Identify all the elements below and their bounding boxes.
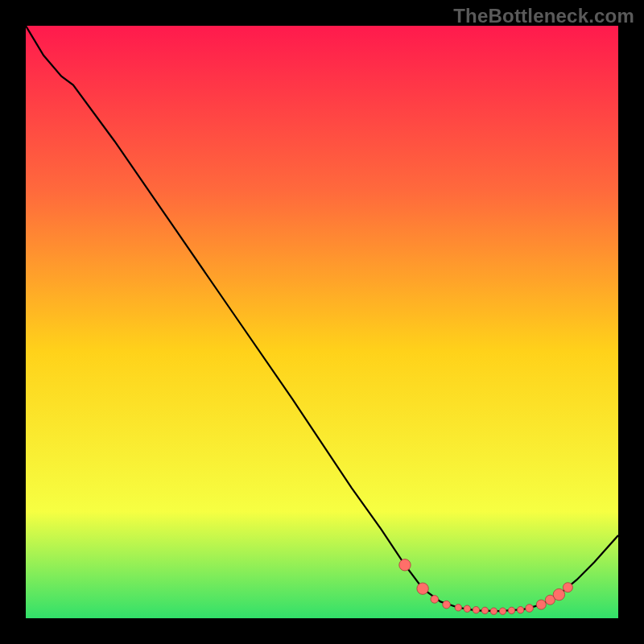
- gradient-background: [26, 26, 618, 618]
- curve-marker: [431, 596, 439, 604]
- watermark-text: TheBottleneck.com: [453, 5, 634, 27]
- curve-marker: [517, 607, 523, 613]
- curve-marker: [443, 601, 451, 609]
- curve-marker: [536, 600, 546, 609]
- curve-marker: [481, 607, 488, 613]
- chart-svg: [26, 26, 618, 618]
- curve-marker: [499, 608, 506, 614]
- curve-marker: [473, 607, 479, 613]
- curve-marker: [417, 583, 428, 594]
- chart-frame: TheBottleneck.com: [0, 0, 644, 644]
- curve-marker: [553, 588, 564, 600]
- curve-marker: [563, 583, 572, 592]
- plot-area: [26, 26, 618, 618]
- curve-marker: [490, 608, 497, 614]
- curve-marker: [399, 559, 411, 571]
- curve-marker: [455, 605, 461, 611]
- curve-marker: [526, 605, 534, 613]
- curve-marker: [508, 607, 514, 613]
- curve-marker: [464, 605, 470, 612]
